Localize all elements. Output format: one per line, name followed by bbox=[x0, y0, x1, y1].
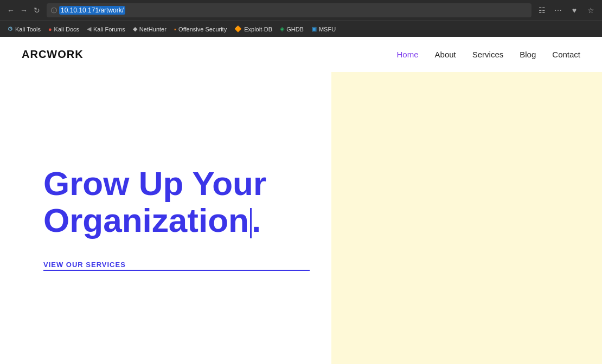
exploit-db-icon: 🔶 bbox=[234, 25, 242, 32]
hero-left: Grow Up Your Organization. VIEW OUR SERV… bbox=[0, 72, 331, 364]
address-text: 10.10.10.171/artwork/ bbox=[59, 6, 125, 14]
bookmark-kali-tools-label: Kali Tools bbox=[15, 26, 41, 32]
bookmark-button[interactable]: ☆ bbox=[585, 4, 597, 16]
bookmark-msfu[interactable]: ▣ MSFU bbox=[308, 24, 339, 34]
address-bar-container[interactable]: ⓘ 10.10.10.171/artwork/ bbox=[47, 3, 531, 17]
kali-tools-icon: ⚙ bbox=[8, 25, 13, 32]
address-highlighted: 10.10.10.171/artwork/ bbox=[59, 6, 125, 15]
refresh-button[interactable]: ↻ bbox=[31, 5, 42, 16]
msfu-icon: ▣ bbox=[311, 25, 317, 32]
nav-about[interactable]: About bbox=[435, 50, 456, 59]
reader-mode-button[interactable]: ☷ bbox=[536, 4, 548, 16]
nav-blog[interactable]: Blog bbox=[520, 50, 536, 59]
security-icon: ⓘ bbox=[51, 6, 57, 15]
nav-services[interactable]: Services bbox=[472, 50, 504, 59]
offensive-security-icon: ▪ bbox=[174, 25, 176, 33]
bookmark-kali-docs-label: Kali Docs bbox=[54, 26, 79, 32]
bookmarks-bar: ⚙ Kali Tools ● Kali Docs ◀ Kali Forums ◆… bbox=[0, 21, 602, 37]
nav-links: Home About Services Blog Contact bbox=[397, 50, 580, 59]
ghdb-icon: ◈ bbox=[280, 25, 284, 32]
bookmark-kali-forums-label: Kali Forums bbox=[93, 26, 125, 32]
nav-buttons: ← → ↻ bbox=[5, 5, 42, 16]
bookmark-kali-forums[interactable]: ◀ Kali Forums bbox=[84, 24, 129, 34]
hero-title: Grow Up Your Organization. bbox=[43, 165, 310, 239]
site-nav: ARCWORK Home About Services Blog Contact bbox=[0, 37, 602, 72]
hero-section: Grow Up Your Organization. VIEW OUR SERV… bbox=[0, 72, 602, 364]
bookmark-offensive-security[interactable]: ▪ Offensive Security bbox=[171, 24, 230, 34]
bookmark-nethunter[interactable]: ◆ NetHunter bbox=[130, 24, 170, 34]
back-button[interactable]: ← bbox=[5, 5, 16, 16]
browser-toolbar: ← → ↻ ⓘ 10.10.10.171/artwork/ ☷ ⋯ ♥ ☆ bbox=[0, 0, 602, 21]
kali-forums-icon: ◀ bbox=[87, 25, 91, 32]
nav-home[interactable]: Home bbox=[397, 50, 419, 59]
bookmark-exploit-db-label: Exploit-DB bbox=[244, 26, 272, 32]
bookmark-msfu-label: MSFU bbox=[319, 26, 336, 32]
period: . bbox=[252, 202, 261, 239]
cta-button[interactable]: VIEW OUR SERVICES bbox=[43, 261, 310, 271]
nethunter-icon: ◆ bbox=[133, 25, 137, 32]
kali-docs-icon: ● bbox=[48, 26, 52, 32]
browser-chrome: ← → ↻ ⓘ 10.10.10.171/artwork/ ☷ ⋯ ♥ ☆ ⚙ … bbox=[0, 0, 602, 37]
site-logo: ARCWORK bbox=[22, 48, 84, 61]
hero-title-line1: Grow Up Your bbox=[43, 165, 266, 202]
bookmark-kali-docs[interactable]: ● Kali Docs bbox=[45, 25, 82, 34]
bookmark-ghdb[interactable]: ◈ GHDB bbox=[277, 24, 307, 34]
pocket-button[interactable]: ♥ bbox=[568, 4, 580, 16]
browser-actions: ☷ ⋯ ♥ ☆ bbox=[536, 4, 597, 16]
bookmark-offensive-security-label: Offensive Security bbox=[178, 26, 227, 32]
website-content: ARCWORK Home About Services Blog Contact… bbox=[0, 37, 602, 364]
bookmark-nethunter-label: NetHunter bbox=[139, 26, 166, 32]
nav-contact[interactable]: Contact bbox=[552, 50, 580, 59]
bookmark-ghdb-label: GHDB bbox=[286, 26, 304, 32]
bookmark-kali-tools[interactable]: ⚙ Kali Tools bbox=[4, 24, 44, 34]
forward-button[interactable]: → bbox=[18, 5, 29, 16]
hero-right bbox=[331, 72, 603, 364]
bookmark-exploit-db[interactable]: 🔶 Exploit-DB bbox=[231, 24, 276, 34]
hero-title-line2: Organization. bbox=[43, 202, 261, 239]
more-options-button[interactable]: ⋯ bbox=[552, 4, 564, 16]
